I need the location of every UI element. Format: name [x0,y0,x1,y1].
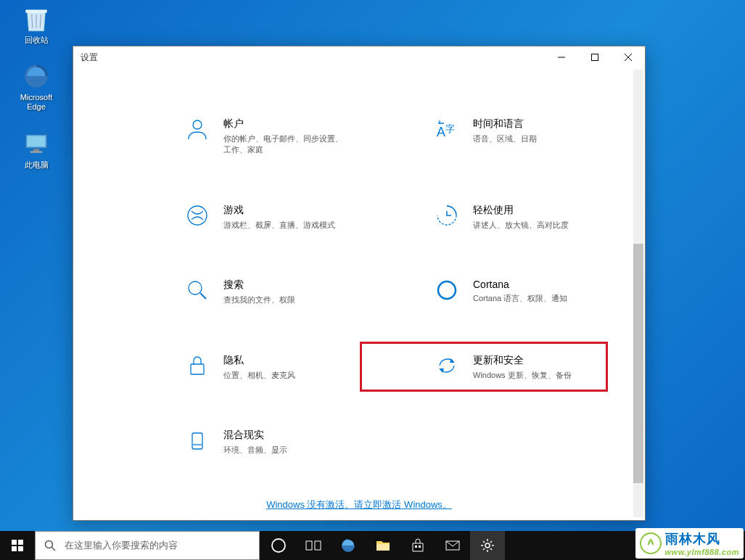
taskbar-pinned [261,531,505,560]
item-desc: 你的帐户、电子邮件、同步设置、工作、家庭 [223,133,346,156]
watermark-title: 雨林木风 [665,530,739,548]
close-button[interactable] [612,46,645,68]
sync-icon [434,353,460,379]
window-title: 设置 [81,52,98,64]
headset-icon [184,427,210,453]
svg-point-14 [438,281,456,299]
svg-rect-28 [415,545,417,548]
item-desc: Windows 更新、恢复、备份 [473,370,572,381]
task-view-icon[interactable] [296,531,331,560]
svg-rect-3 [30,151,43,152]
svg-rect-21 [18,546,23,551]
svg-rect-1 [27,136,45,147]
watermark: 雨林木风 www.ylmf888.com [635,528,744,559]
watermark-url: www.ylmf888.com [665,548,739,556]
edge-taskbar-icon[interactable] [331,531,366,560]
taskbar: 在这里输入你要搜索的内容 [0,531,745,560]
item-desc: Cortana 语言、权限、通知 [473,293,567,304]
settings-taskbar-icon[interactable] [470,531,505,560]
settings-grid: 帐户 你的帐户、电子邮件、同步设置、工作、家庭 A字 时间和语言 语音、区域、日… [117,112,601,460]
svg-rect-16 [192,433,202,449]
svg-rect-20 [12,546,17,551]
item-title: 轻松使用 [473,204,569,217]
settings-item-gaming[interactable]: 游戏 游戏栏、截屏、直播、游戏模式 [117,198,352,235]
item-title: 搜索 [223,279,295,292]
file-explorer-icon[interactable] [366,531,400,560]
activate-windows-link[interactable]: Windows 没有激活。请立即激活 Windows。 [266,498,452,511]
svg-rect-27 [376,544,390,551]
svg-point-24 [272,539,285,552]
settings-window: 设置 帐户 你的帐户、电子邮件、同步设置、工作、家庭 [73,46,646,521]
svg-point-31 [485,543,490,548]
settings-item-time-language[interactable]: A字 时间和语言 语音、区域、日期 [366,112,601,160]
settings-content: 帐户 你的帐户、电子邮件、同步设置、工作、家庭 A字 时间和语言 语音、区域、日… [73,68,645,482]
svg-point-12 [189,281,202,295]
computer-icon [21,128,52,159]
item-desc: 语音、区域、日期 [473,133,537,144]
search-placeholder: 在这里输入你要搜索的内容 [65,539,178,552]
item-title: Cortana [473,279,567,290]
item-title: 隐私 [223,354,295,367]
svg-point-22 [46,541,53,548]
item-title: 混合现实 [223,429,287,442]
item-desc: 环境、音频、显示 [223,445,287,456]
browser-icon [21,61,52,91]
settings-item-cortana[interactable]: Cortana Cortana 语言、权限、通知 [366,273,601,310]
person-icon [184,116,210,142]
desktop-icons: 回收站 Microsoft Edge 此电脑 [11,4,62,186]
settings-item-accounts[interactable]: 帐户 你的帐户、电子邮件、同步设置、工作、家庭 [117,112,352,160]
settings-item-search[interactable]: 搜索 查找我的文件、权限 [117,273,352,310]
lock-icon [184,353,210,379]
svg-text:字: 字 [445,123,455,134]
settings-item-ease-of-access[interactable]: 轻松使用 讲述人、放大镜、高对比度 [366,198,601,235]
svg-rect-25 [306,541,312,550]
svg-rect-26 [315,541,321,550]
icon-label: 回收站 [25,36,49,45]
minimize-button[interactable] [545,46,578,68]
recycle-bin-icon[interactable]: 回收站 [11,4,62,45]
svg-rect-19 [18,540,23,545]
settings-item-update-security[interactable]: 更新和安全 Windows 更新、恢复、备份 [366,348,601,385]
item-desc: 查找我的文件、权限 [223,295,295,305]
item-title: 帐户 [223,118,346,131]
svg-rect-2 [33,149,39,151]
search-icon [184,277,210,303]
mail-icon[interactable] [435,531,470,560]
item-desc: 讲述人、放大镜、高对比度 [473,220,569,231]
svg-line-13 [200,293,206,299]
globe-clock-icon: A字 [434,116,460,142]
svg-text:A: A [437,125,445,139]
settings-item-mixed-reality[interactable]: 混合现实 环境、音频、显示 [117,423,352,460]
svg-rect-5 [592,54,598,61]
item-desc: 位置、相机、麦克风 [223,370,295,381]
accessibility-icon [434,202,460,228]
start-button[interactable] [0,531,35,560]
taskbar-search[interactable]: 在这里输入你要搜索的内容 [35,531,260,560]
svg-point-8 [193,120,202,129]
svg-rect-15 [191,364,204,374]
icon-label: 此电脑 [25,160,49,170]
trash-icon [21,4,52,34]
edge-icon[interactable]: Microsoft Edge [11,61,62,112]
item-title: 游戏 [223,204,335,217]
search-icon [44,540,56,551]
svg-point-11 [188,206,207,225]
svg-line-23 [52,548,56,551]
svg-rect-18 [12,540,17,545]
item-title: 时间和语言 [473,118,537,131]
xbox-icon [184,202,210,228]
this-pc-icon[interactable]: 此电脑 [11,128,62,170]
window-controls [545,46,645,68]
watermark-logo-icon [640,532,662,554]
item-title: 更新和安全 [473,354,572,367]
titlebar: 设置 [73,46,645,68]
maximize-button[interactable] [578,46,612,68]
cortana-icon [434,277,460,303]
settings-item-privacy[interactable]: 隐私 位置、相机、麦克风 [117,348,352,385]
svg-rect-29 [419,545,421,548]
store-icon[interactable] [400,531,435,560]
cortana-taskbar-icon[interactable] [261,531,296,560]
item-desc: 游戏栏、截屏、直播、游戏模式 [223,220,335,231]
icon-label: Microsoft Edge [11,93,62,112]
